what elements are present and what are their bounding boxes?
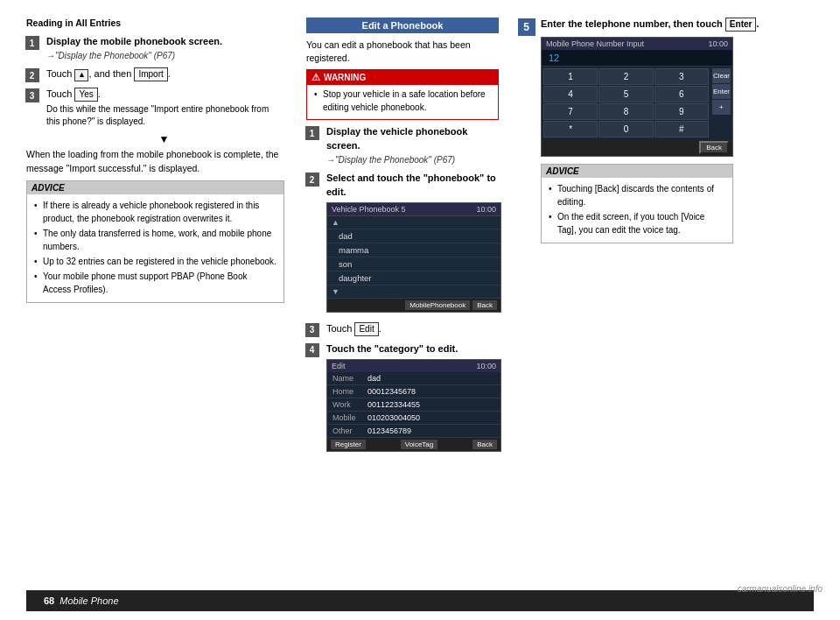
step-2-content: Touch ▲, and then Import. [46,67,284,81]
step-1-num: 1 [25,36,39,50]
mid-step-1-num: 1 [305,126,319,140]
plus-key[interactable]: + [712,100,731,115]
screen-header: Vehicle Phonebook 5 10:00 [327,203,500,216]
screen-entry-mamma[interactable]: mamma [327,243,500,257]
right-step-5-num: 5 [518,18,536,36]
mid-column: Edit a Phonebook You can edit a phoneboo… [298,18,508,583]
key-7[interactable]: 7 [543,103,598,120]
edit-screen: Edit 10:00 Name dad Home 00012345678 [326,359,501,452]
warning-content: Stop your vehicle in a safe location bef… [307,85,498,119]
screen-down-arrow: ▼ [327,285,500,299]
key-3[interactable]: 3 [654,68,709,85]
edit-row-mobile[interactable]: Mobile 010203004050 [327,412,500,425]
edit-value-name: dad [368,374,381,383]
edit-value-mobile: 010203004050 [368,413,420,422]
action-keys: Clear Enter + [710,67,732,139]
advice-item-2: The only data transferred is home, work,… [34,227,276,253]
back-btn-screen[interactable]: Back [472,300,497,310]
phone-screen-time: 10:00 [708,39,728,48]
edit-value-home: 00012345678 [368,387,416,396]
watermark: carmanualsonline.info [738,584,822,594]
mid-step-2-num: 2 [305,173,319,187]
step-3-text: Touch Yes. [46,88,284,102]
right-advice-item-2: On the edit screen, if you touch [Voice … [549,210,725,236]
left-advice-content: If there is already a vehicle phonebook … [27,194,284,302]
warning-label: WARNING [324,73,366,82]
arrow-down: ▼ [44,133,284,145]
mid-step-3-text: Touch Edit. [326,322,499,336]
screen-entry-son[interactable]: son [327,257,500,271]
mid-step-2-content: Select and touch the "phonebook" to edit… [326,172,501,317]
mid-step-1: 1 Display the vehicle phonebook screen. … [306,125,499,166]
key-8[interactable]: 8 [598,103,653,120]
enter-key[interactable]: Enter [712,84,731,99]
screen-up-arrow: ▲ [327,216,500,229]
mid-section-header: Edit a Phonebook [306,18,499,33]
mobile-phonebook-btn[interactable]: MobilePhonebook [405,300,470,310]
voicetag-btn[interactable]: VoiceTag [401,440,438,449]
back-btn-phone[interactable]: Back [699,141,729,154]
edit-row-other[interactable]: Other 0123456789 [327,425,500,438]
back-btn-edit[interactable]: Back [472,440,497,449]
key-6[interactable]: 6 [654,86,709,102]
yes-btn[interactable]: Yes [74,88,97,102]
advice-item-4: Your mobile phone must support PBAP (Pho… [34,270,276,296]
phone-input-screen: Mobile Phone Number Input 10:00 12 1 2 3… [541,37,733,157]
edit-screen-header: Edit 10:00 [327,360,500,372]
phone-screen-header: Mobile Phone Number Input 10:00 [542,38,732,50]
edit-row-home[interactable]: Home 00012345678 [327,385,500,398]
mid-intro: You can edit a phonebook that has been r… [306,39,499,64]
left-advice-box: ADVICE If there is already a vehicle pho… [26,180,284,303]
key-0[interactable]: 0 [598,121,653,137]
mid-step-4: 4 Touch the "category" to edit. Edit 10:… [306,342,499,455]
edit-label-mobile: Mobile [332,413,368,422]
warning-header: ⚠ WARNING [307,70,498,85]
edit-value-work: 001122334455 [368,400,420,409]
mid-step-3-num: 3 [305,323,319,337]
edit-btn[interactable]: Edit [354,322,378,336]
phone-display: 12 [542,50,732,67]
key-hash[interactable]: # [654,121,709,137]
page-label: Mobile Phone [60,595,118,606]
edit-label-other: Other [332,426,368,435]
key-5[interactable]: 5 [598,86,653,102]
step-1-content: Display the mobile phonebook screen. →"D… [46,35,284,62]
edit-label-home: Home [332,387,368,396]
main-layout: Reading in All Entries 1 Display the mob… [26,18,814,583]
step-1-block: 1 Display the mobile phonebook screen. →… [26,35,284,62]
up-arrow-btn[interactable]: ▲ [74,69,88,81]
right-advice-item-1: Touching [Back] discards the contents of… [549,182,725,208]
step-3-content: Touch Yes. Do this while the message "Im… [46,88,284,128]
phone-keypad-area: 1 2 3 4 5 6 7 8 9 * 0 # [542,67,732,139]
mid-step-4-num: 4 [305,343,319,357]
screen-entry-dad[interactable]: dad [327,229,500,243]
key-2[interactable]: 2 [598,68,653,85]
step-2-block: 2 Touch ▲, and then Import. [26,67,284,82]
screen-entry-daughter[interactable]: daughter [327,271,500,285]
step-3-num: 3 [25,88,39,102]
clear-key[interactable]: Clear [712,68,731,83]
import-btn[interactable]: Import [134,67,167,81]
edit-label-name: Name [332,374,368,383]
register-btn[interactable]: Register [331,440,366,449]
enter-btn[interactable]: Enter [725,18,757,32]
edit-row-work[interactable]: Work 001122334455 [327,398,500,412]
mid-step-4-text: Touch the "category" to edit. [326,342,501,356]
right-column: 5 Enter the telephone number, then touch… [508,18,814,583]
edit-label-work: Work [332,400,368,409]
key-star[interactable]: * [543,121,598,137]
edit-row-name[interactable]: Name dad [327,372,500,385]
warning-triangle-icon: ⚠ [312,72,320,83]
key-4[interactable]: 4 [543,86,598,102]
bottom-bar: 68 Mobile Phone [26,590,814,611]
step-3-note: Do this while the message "Import entire… [46,103,284,128]
mid-step-3-content: Touch Edit. [326,322,499,336]
left-column: Reading in All Entries 1 Display the mob… [26,18,298,583]
key-1[interactable]: 1 [543,68,598,85]
left-advice-header: ADVICE [27,181,284,194]
page-number: 68 [44,595,54,606]
mid-step-1-content: Display the vehicle phonebook screen. →"… [326,125,499,166]
key-9[interactable]: 9 [654,103,709,120]
mid-step-2-text: Select and touch the "phonebook" to edit… [326,172,501,199]
phone-keypad: 1 2 3 4 5 6 7 8 9 * 0 # [542,67,710,139]
